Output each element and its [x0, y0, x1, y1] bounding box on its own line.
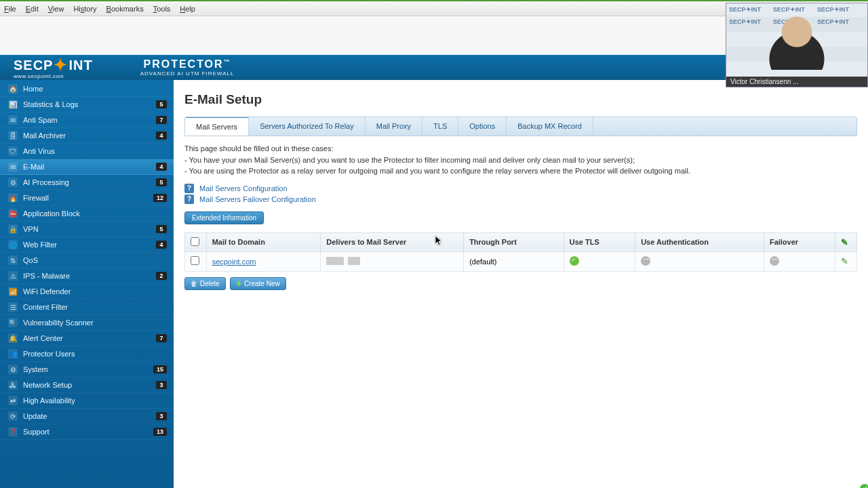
redacted-text: [348, 257, 360, 265]
tab-backup-mx-record[interactable]: Backup MX Record: [507, 117, 593, 136]
sidebar-item-home[interactable]: 🏠Home: [0, 81, 174, 97]
column-header: [185, 232, 207, 251]
nav-badge: 5: [156, 100, 167, 108]
menu-edit[interactable]: Edit: [26, 5, 39, 13]
nav-label: Support: [23, 428, 50, 436]
presenter-image: [766, 16, 827, 70]
nav-icon: 🗄: [8, 131, 18, 140]
tab-bar: Mail ServersServers Authorized To RelayM…: [184, 117, 857, 136]
tab-tls[interactable]: TLS: [422, 117, 458, 136]
column-header: ✎: [835, 232, 857, 251]
nav-label: Mail Archiver: [23, 131, 66, 140]
sidebar-item-update[interactable]: ⟳Update3: [0, 409, 174, 424]
tab-options[interactable]: Options: [458, 117, 507, 136]
sidebar-item-content-filter[interactable]: ☰Content Filter: [0, 300, 174, 315]
edit-row-icon[interactable]: ✎: [841, 256, 848, 266]
video-content: SECP✦INTSECP✦INTSECP✦INT SECP✦INTSECP✦IN…: [726, 3, 867, 77]
tab-servers-authorized-to-relay[interactable]: Servers Authorized To Relay: [249, 117, 366, 136]
table-actions: Delete Create New: [184, 277, 857, 290]
menu-help[interactable]: Help: [180, 5, 195, 13]
column-header: Use Authentication: [635, 232, 764, 251]
sidebar-item-wifi-defender[interactable]: 📶WiFi Defender: [0, 284, 174, 300]
nav-label: Statistics & Logs: [23, 100, 78, 108]
sidebar-item-protector-users[interactable]: 👥Protector Users: [0, 346, 174, 362]
nav-badge: 3: [156, 381, 167, 389]
menu-bookmarks[interactable]: Bookmarks: [106, 5, 144, 13]
column-header: Mail to Domain: [206, 232, 321, 251]
sidebar-item-ai-processing[interactable]: ⚙AI Processing5: [0, 175, 174, 190]
row-checkbox[interactable]: [191, 256, 199, 265]
nav-label: Firewall: [23, 194, 49, 202]
table-row: secpoint.com (default) ✎: [185, 251, 857, 271]
sidebar-item-firewall[interactable]: 🔥Firewall12: [0, 190, 174, 206]
help-link[interactable]: Mail Servers Configuration: [199, 184, 288, 192]
nav-icon: 🛡: [8, 146, 18, 156]
nav-label: Alert Center: [23, 334, 63, 342]
extended-info-button[interactable]: Extended Information: [184, 211, 264, 224]
dash-icon: [641, 256, 650, 266]
nav-label: IPS - Malware: [23, 272, 70, 280]
nav-icon: 🔍: [8, 318, 18, 327]
nav-badge: 4: [156, 163, 167, 171]
nav-icon: 🌐: [8, 240, 18, 249]
column-header: Failover: [764, 232, 835, 251]
nav-icon: ⚙: [8, 365, 18, 374]
page-description: This page should be filled out in these …: [184, 143, 857, 177]
page-title: E-Mail Setup: [184, 92, 857, 107]
sidebar-item-qos[interactable]: ⇅QoS: [0, 253, 174, 268]
nav-label: Protector Users: [23, 350, 75, 358]
menu-tools[interactable]: Tools: [153, 5, 171, 13]
nav-label: Application Block: [23, 209, 80, 218]
select-all-checkbox[interactable]: [191, 237, 199, 246]
sidebar-item-support[interactable]: ❓Support13: [0, 424, 174, 440]
sidebar-item-mail-archiver[interactable]: 🗄Mail Archiver4: [0, 128, 174, 144]
sidebar: 🏠Home📊Statistics & Logs5✉Anti Spam7🗄Mail…: [0, 80, 174, 488]
sidebar-item-high-availability[interactable]: ⇄High Availability: [0, 393, 174, 409]
nav-label: Anti Virus: [23, 147, 55, 155]
help-icon: ?: [184, 184, 194, 193]
help-links: ?Mail Servers Configuration?Mail Servers…: [184, 184, 857, 204]
main-content: E-Mail Setup Mail ServersServers Authori…: [174, 80, 868, 488]
nav-badge: 7: [156, 116, 167, 124]
nav-badge: 3: [156, 412, 167, 420]
sidebar-item-ips-malware[interactable]: ⚠IPS - Malware2: [0, 268, 174, 284]
sidebar-item-network-setup[interactable]: 🖧Network Setup3: [0, 378, 174, 393]
sidebar-item-system[interactable]: ⚙System15: [0, 362, 174, 378]
check-icon: [570, 256, 579, 266]
nav-badge: 12: [153, 194, 167, 202]
nav-badge: 7: [156, 334, 167, 342]
sidebar-item-application-block[interactable]: ⛔Application Block: [0, 206, 174, 222]
sidebar-item-anti-virus[interactable]: 🛡Anti Virus: [0, 144, 174, 159]
nav-icon: 📊: [8, 100, 18, 109]
nav-badge: 5: [156, 225, 167, 233]
menu-history[interactable]: History: [73, 5, 96, 13]
nav-label: Update: [23, 412, 47, 420]
tab-mail-proxy[interactable]: Mail Proxy: [366, 117, 422, 136]
nav-icon: 📶: [8, 287, 18, 296]
nav-icon: ⚠: [8, 271, 18, 281]
nav-icon: 👥: [8, 349, 18, 359]
nav-label: Network Setup: [23, 381, 72, 389]
menu-view[interactable]: View: [48, 5, 64, 13]
domain-link[interactable]: secpoint.com: [212, 258, 256, 266]
help-link[interactable]: Mail Servers Failover Configuration: [199, 195, 316, 203]
sidebar-item-web-filter[interactable]: 🌐Web Filter4: [0, 237, 174, 253]
nav-icon: ☰: [8, 302, 18, 312]
sidebar-item-e-mail[interactable]: ✉E-Mail4: [0, 159, 174, 175]
nav-icon: ⇄: [8, 396, 18, 405]
nav-label: WiFi Defender: [23, 287, 71, 296]
sidebar-item-alert-center[interactable]: 🔔Alert Center7: [0, 331, 174, 346]
sidebar-item-statistics-logs[interactable]: 📊Statistics & Logs5: [0, 97, 174, 113]
nav-badge: 13: [153, 428, 167, 436]
nav-icon: ✉: [8, 115, 18, 125]
nav-icon: ❓: [8, 427, 18, 436]
nav-label: QoS: [23, 256, 38, 264]
delete-button[interactable]: Delete: [184, 277, 226, 290]
menu-file[interactable]: FFileile: [4, 5, 16, 13]
tab-mail-servers[interactable]: Mail Servers: [185, 117, 249, 136]
sidebar-item-anti-spam[interactable]: ✉Anti Spam7: [0, 113, 174, 128]
mail-servers-table: Mail to DomainDelivers to Mail ServerThr…: [184, 232, 857, 272]
create-new-button[interactable]: Create New: [230, 277, 286, 290]
sidebar-item-vpn[interactable]: 🔒VPN5: [0, 222, 174, 237]
sidebar-item-vulnerability-scanner[interactable]: 🔍Vulnerability Scanner: [0, 315, 174, 331]
